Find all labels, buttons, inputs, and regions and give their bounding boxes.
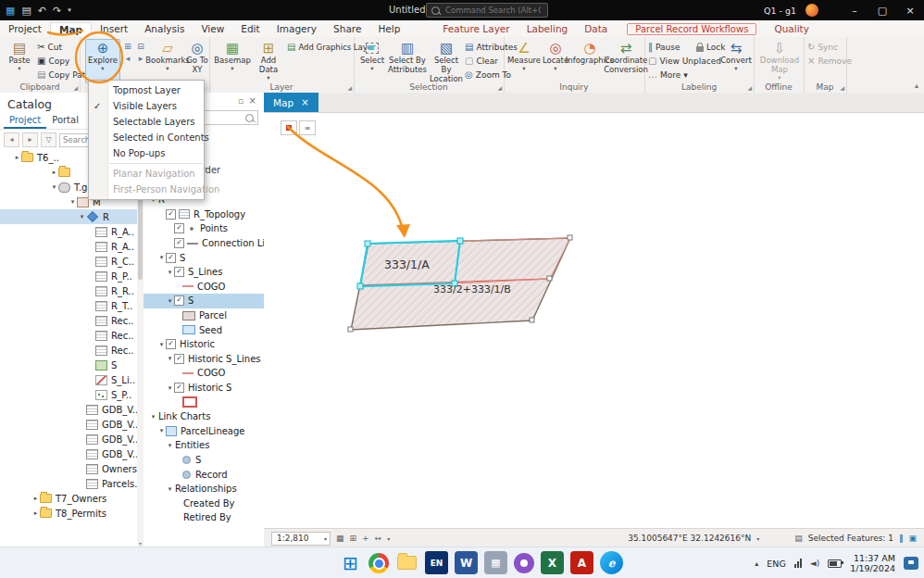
menu-item-selected-in-contents[interactable]: Selected in Contents xyxy=(89,130,204,145)
scale-input[interactable]: ▾ xyxy=(271,532,331,546)
layer-item-retired-by[interactable]: Retired By xyxy=(144,510,264,525)
notifications-icon[interactable] xyxy=(904,557,918,570)
clock[interactable]: 11:37 AM 1/19/2024 xyxy=(850,553,895,574)
expander-icon[interactable]: ▾ xyxy=(157,427,166,434)
tab-insert[interactable]: Insert xyxy=(92,22,136,36)
layer-item-s[interactable]: ▾✓S xyxy=(144,294,264,308)
snap-icon[interactable]: ⊞ xyxy=(350,534,357,543)
catalog-item-r-a[interactable]: R_A.. xyxy=(0,224,137,239)
tab-help[interactable]: Help xyxy=(369,22,408,36)
expander-icon[interactable]: ▾ xyxy=(166,442,174,449)
edge-icon[interactable]: e xyxy=(600,551,623,574)
download-map-button[interactable]: ⇩ Download Map ▾ xyxy=(758,39,801,83)
expander-icon[interactable]: ▾ xyxy=(149,413,157,421)
catalog-item-t7-owners[interactable]: ▸T7_Owners xyxy=(0,491,137,506)
catalog-item-s[interactable]: S xyxy=(0,358,137,372)
selection-icon[interactable]: ▤ xyxy=(794,534,803,543)
catalog-item-s-li[interactable]: S_Li.. xyxy=(0,372,137,387)
expander-icon[interactable]: ▾ xyxy=(166,384,174,392)
expander-icon[interactable]: ▸ xyxy=(31,509,40,517)
select-button[interactable]: Select ▾ xyxy=(357,39,387,83)
expander-icon[interactable]: ▾ xyxy=(157,341,166,348)
catalog-item-owners[interactable]: Owners xyxy=(0,461,137,476)
tab-feature-layer[interactable]: Feature Layer xyxy=(434,22,518,35)
catalog-item-gdb-v[interactable]: GDB_V.. xyxy=(0,432,137,446)
map-canvas[interactable]: ≡ 333/1 xyxy=(264,113,924,528)
layer-checkbox[interactable]: ✓ xyxy=(174,354,184,364)
app-gray-icon[interactable]: ▦ xyxy=(484,551,507,574)
coords-dropdown-icon[interactable]: ▾ xyxy=(756,535,759,542)
chrome-icon[interactable] xyxy=(368,553,389,573)
catalog-item-rec[interactable]: Rec.. xyxy=(0,328,137,343)
tab-project[interactable]: Project xyxy=(0,22,50,36)
tab-data[interactable]: Data xyxy=(576,22,616,35)
more-button[interactable]: …More▾ xyxy=(648,69,688,82)
close-button[interactable]: × xyxy=(896,0,924,20)
undo-icon[interactable]: ↶ xyxy=(38,5,46,17)
expander-icon[interactable]: ▾ xyxy=(69,198,77,206)
redo-icon[interactable]: ↷ xyxy=(53,5,61,17)
selection-launcher[interactable]: ◢ xyxy=(497,84,502,91)
command-search-input[interactable] xyxy=(443,5,543,16)
layer-item-points[interactable]: ✓Points xyxy=(144,221,264,236)
catalog-item-rec[interactable]: Rec.. xyxy=(0,343,137,358)
close-view-icon[interactable]: × xyxy=(301,97,308,107)
layer-item-seed[interactable]: Seed xyxy=(144,322,264,337)
filter-icon[interactable]: ▽ xyxy=(41,132,56,147)
layer-checkbox[interactable]: ✓ xyxy=(166,209,176,220)
layer-item-cogo[interactable]: COGO xyxy=(144,366,264,381)
copy-button[interactable]: ▣Copy xyxy=(37,55,69,68)
file-explorer-icon[interactable] xyxy=(395,551,418,574)
paste-button[interactable]: ▤ Paste ▾ xyxy=(4,39,35,83)
layer-item-cogo[interactable]: COGO xyxy=(144,280,264,295)
labeling-launcher[interactable]: ◢ xyxy=(747,84,752,91)
pan-icon[interactable]: + xyxy=(362,534,369,543)
full-extent-icon[interactable]: ⊞ xyxy=(122,42,133,52)
convert-button[interactable]: ⇆ Convert ▾ xyxy=(720,39,752,83)
layer-checkbox[interactable]: ✓ xyxy=(174,295,184,306)
select-by-location-button[interactable]: ▧ Select By Location xyxy=(428,39,465,83)
scale-value[interactable] xyxy=(275,533,318,544)
pause-button[interactable]: ‖Pause xyxy=(648,41,680,54)
maximize-button[interactable]: ▢ xyxy=(868,0,896,20)
layer-item-link-charts[interactable]: ▾Link Charts xyxy=(144,409,264,424)
tab-analysis[interactable]: Analysis xyxy=(136,22,193,36)
expander-icon[interactable]: ▾ xyxy=(78,213,86,220)
remove-button[interactable]: ×Remove xyxy=(807,55,852,68)
account-name[interactable]: Q1 - g1 xyxy=(764,6,796,16)
expander-icon[interactable]: ▾ xyxy=(166,269,174,276)
catalog-item-gdb-v[interactable]: GDB_V.. xyxy=(0,402,137,417)
cut-button[interactable]: ✂Cut xyxy=(37,41,62,54)
layer-item-s-lines[interactable]: ▾✓S_Lines xyxy=(144,265,264,280)
layer-item-historic[interactable]: ▾✓Historic xyxy=(144,337,264,352)
layer-item-record[interactable]: Record xyxy=(144,467,264,482)
go-to-xy-button[interactable]: ◎ Go To XY xyxy=(185,39,209,83)
menu-item-selectable-layers[interactable]: Selectable Layers xyxy=(89,114,204,130)
collapse-ribbon-icon[interactable]: ▴ xyxy=(915,82,918,90)
pin-icon[interactable]: ▫ xyxy=(238,96,243,106)
refresh-view-icon[interactable]: ▣ xyxy=(908,534,917,543)
catalog-item-t8-permits[interactable]: ▸T8_Permits xyxy=(0,506,137,521)
tab-labeling[interactable]: Labeling xyxy=(518,22,577,35)
language-indicator[interactable]: ENG xyxy=(767,559,785,569)
save-icon[interactable]: ▤ xyxy=(21,5,31,17)
catalog-item-rec[interactable]: Rec.. xyxy=(0,313,137,328)
catalog-item-r-c[interactable]: R_C.. xyxy=(0,254,137,269)
expander-icon[interactable]: ▸ xyxy=(13,154,21,161)
layer-checkbox[interactable]: ✓ xyxy=(174,383,184,393)
layer-item-created-by[interactable]: Created By xyxy=(144,496,264,510)
wifi-icon[interactable] xyxy=(794,559,802,568)
layer-item-parcellineage[interactable]: ▾ParcelLineage xyxy=(144,424,264,439)
hidden-icons-chevron[interactable]: ▴ xyxy=(755,559,758,568)
forward-icon[interactable]: ▸ xyxy=(22,132,38,147)
arrows-icon[interactable]: ↔ xyxy=(375,534,382,543)
layer-checkbox[interactable]: ✓ xyxy=(166,253,176,263)
catalog-tab-project[interactable]: Project xyxy=(4,113,46,129)
back-icon[interactable]: ◂ xyxy=(4,132,19,147)
catalog-item-r-t[interactable]: R_T.. xyxy=(0,298,137,313)
layer-item-historic-s[interactable]: ▾✓Historic S xyxy=(144,381,264,396)
catalog-item-r[interactable]: ▾R xyxy=(0,209,137,224)
layer-item-s[interactable]: S xyxy=(144,453,264,468)
language-en-badge[interactable]: EN xyxy=(425,551,448,574)
scale-dropdown-icon[interactable]: ▾ xyxy=(324,535,327,542)
